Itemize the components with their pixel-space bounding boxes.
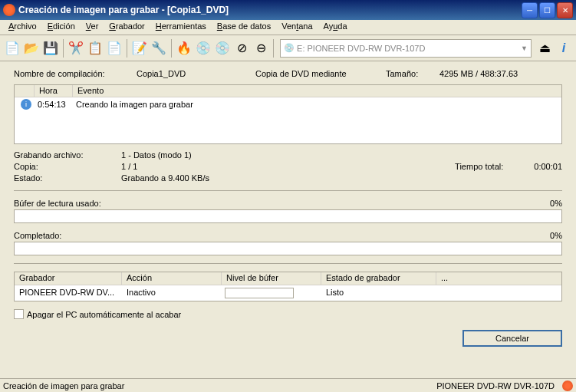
close-button[interactable]: ✕ (557, 2, 573, 18)
recorder-table: Grabador Acción Nivel de búfer Estado de… (14, 272, 562, 301)
log-col-event[interactable]: Evento (73, 85, 561, 97)
menu-archivo[interactable]: AArchivorchivo (3, 20, 42, 35)
disc-copy-icon[interactable]: 💿 (194, 39, 212, 58)
minimize-button[interactable]: ─ (522, 2, 538, 18)
status-icon (562, 380, 573, 391)
mode-label: Copia de DVD mediante (255, 69, 386, 78)
state-value: Grabando a 9.400 KB/s (121, 173, 455, 183)
size-label: Tamaño: (386, 69, 439, 78)
drive-icon: 💿 (284, 43, 295, 53)
col-ellipsis[interactable]: ... (436, 272, 561, 285)
menu-herramientas[interactable]: Herramientas (150, 20, 212, 35)
col-recorder[interactable]: Grabador (15, 272, 122, 285)
app-icon (3, 4, 15, 16)
col-state[interactable]: Estado de grabador (321, 272, 436, 285)
compilation-value: Copia1_DVD (137, 69, 255, 78)
maximize-button[interactable]: ☐ (539, 2, 555, 18)
recorder-row: PIONEER DVD-RW DV... Inactivo Listo (15, 285, 561, 301)
open-icon[interactable]: 📂 (22, 39, 41, 58)
eject-icon[interactable]: ⏏ (535, 39, 554, 58)
disc-icon[interactable]: 💿 (213, 39, 232, 58)
cut-icon[interactable]: ✂️ (67, 39, 85, 58)
cancel-button[interactable]: Cancelar (462, 330, 562, 347)
size-value: 4295 MB / 488:37.63 (439, 69, 518, 78)
statusbar: Creación de imagen para grabar PIONEER D… (0, 378, 576, 392)
menu-basedatos[interactable]: Base de datos (212, 20, 276, 35)
titlebar: Creación de imagen para grabar - [Copia1… (0, 0, 576, 20)
recorder-name: PIONEER DVD-RW DV... (15, 287, 122, 299)
drive-select[interactable]: 💿 E: PIONEER DVD-RW DVR-107D ▼ (280, 39, 532, 58)
col-buffer[interactable]: Nivel de búfer (222, 272, 321, 285)
erase-icon[interactable]: ⊖ (252, 39, 270, 58)
time-label: Tiempo total: (455, 162, 534, 171)
completed-pct: 0% (550, 231, 562, 240)
new-icon[interactable]: 📄 (3, 39, 21, 58)
status-drive: PIONEER DVD-RW DVR-107D (436, 381, 555, 390)
copy-label: Copia: (14, 162, 121, 171)
menu-ayuda[interactable]: Ayuda (318, 20, 353, 35)
compilation-label: Nombre de compilación: (14, 69, 137, 78)
info-icon: i (21, 99, 31, 110)
state-label: Estado: (14, 173, 121, 183)
menubar: AArchivorchivo Edición Ver Grabador Herr… (0, 20, 576, 35)
menu-ver[interactable]: Ver (81, 20, 104, 35)
log-time: 0:54:13 (38, 100, 76, 109)
copy-value: 1 / 1 (121, 162, 455, 171)
shutdown-checkbox[interactable] (14, 309, 24, 319)
log-col-time[interactable]: Hora (35, 85, 73, 97)
status-left: Creación de imagen para grabar (3, 381, 124, 390)
copy-icon[interactable]: 📋 (86, 39, 104, 58)
disc-info-icon[interactable]: ⊘ (232, 39, 251, 58)
burn-icon[interactable]: 🔥 (175, 39, 193, 58)
tool-icon[interactable]: 🔧 (150, 39, 168, 58)
edit-icon[interactable]: 📝 (130, 39, 149, 58)
recorder-state: Listo (321, 287, 436, 299)
log-event: Creando la imagen para grabar (76, 100, 193, 109)
recorder-action: Inactivo (122, 287, 222, 299)
recorder-buffer-bar (225, 288, 294, 298)
buffer-pct: 0% (550, 199, 562, 208)
menu-edicion[interactable]: Edición (42, 20, 81, 35)
menu-ventana[interactable]: Ventana (276, 20, 318, 35)
buffer-progress (14, 209, 562, 223)
chevron-down-icon: ▼ (521, 44, 528, 52)
log-row: i 0:54:13 Creando la imagen para grabar (15, 97, 561, 111)
col-action[interactable]: Acción (122, 272, 222, 285)
info-icon[interactable]: i (555, 39, 573, 58)
file-value: 1 - Datos (modo 1) (121, 150, 455, 160)
log-box: Hora Evento i 0:54:13 Creando la imagen … (14, 84, 562, 144)
toolbar: 📄 📂 💾 ✂️ 📋 📄 📝 🔧 🔥 💿 💿 ⊘ ⊖ 💿 E: PIONEER … (0, 35, 576, 61)
time-value: 0:00:01 (534, 162, 562, 171)
shutdown-label: Apagar el PC automáticamente al acabar (27, 310, 181, 319)
completed-progress (14, 242, 562, 255)
buffer-label: Búfer de lectura usado: (14, 199, 101, 208)
save-icon[interactable]: 💾 (41, 39, 60, 58)
file-label: Grabando archivo: (14, 150, 121, 160)
paste-icon[interactable]: 📄 (105, 39, 123, 58)
drive-text: E: PIONEER DVD-RW DVR-107D (297, 44, 425, 53)
title-text: Creación de imagen para grabar - [Copia1… (18, 5, 522, 15)
menu-grabador[interactable]: Grabador (104, 20, 150, 35)
completed-label: Completado: (14, 231, 61, 240)
